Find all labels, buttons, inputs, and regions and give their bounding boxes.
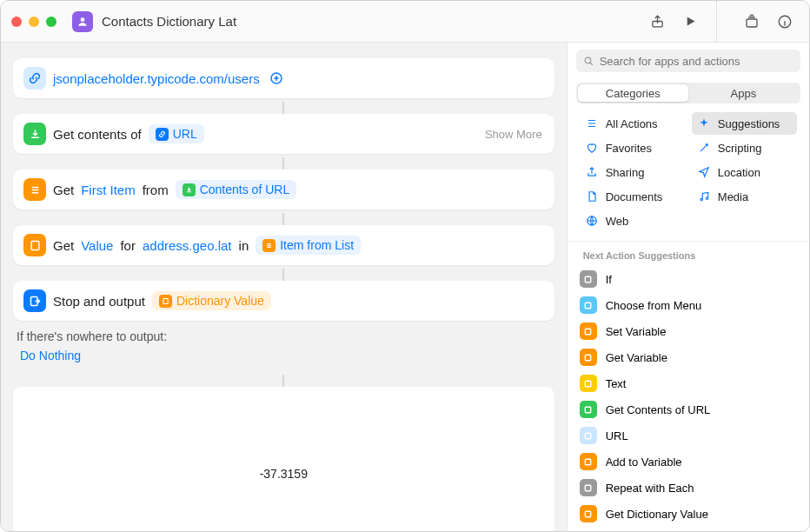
suggestion-item[interactable]: Get Contents of URL: [568, 396, 809, 422]
svg-rect-17: [585, 407, 590, 412]
list-icon: [23, 178, 46, 201]
action-get-item[interactable]: Get First Item from Contents of URL: [13, 170, 554, 209]
svg-rect-5: [31, 241, 39, 249]
suggestion-item[interactable]: Choose from Menu: [568, 292, 809, 318]
svg-rect-14: [585, 329, 590, 334]
action-url[interactable]: jsonplaceholder.typicode.com/users: [13, 58, 554, 98]
suggestion-label: Get Variable: [606, 351, 667, 364]
close-window-button[interactable]: [11, 17, 22, 27]
value-param[interactable]: Value: [81, 238, 113, 253]
suggestion-item[interactable]: If: [568, 266, 809, 292]
action-icon: [580, 401, 597, 418]
suggestion-label: Text: [606, 377, 627, 390]
minimize-window-button[interactable]: [29, 17, 39, 27]
svg-rect-15: [585, 355, 590, 360]
cat-suggestions[interactable]: Suggestions: [692, 112, 797, 135]
action-icon: [580, 323, 597, 340]
svg-rect-7: [163, 298, 168, 303]
globe-icon: [585, 214, 599, 228]
cat-media[interactable]: Media: [692, 185, 797, 208]
action-icon: [580, 479, 597, 496]
share-button[interactable]: [643, 10, 671, 34]
search-input[interactable]: [600, 55, 793, 68]
cat-web[interactable]: Web: [580, 209, 685, 232]
cat-documents[interactable]: Documents: [580, 185, 685, 208]
category-grid: All Actions Suggestions Favorites Script…: [568, 112, 809, 241]
suggestion-label: Set Variable: [606, 325, 667, 338]
action-icon: [580, 375, 597, 392]
svg-rect-13: [585, 303, 590, 308]
link-icon: [23, 67, 46, 90]
cat-sharing[interactable]: Sharing: [580, 161, 685, 183]
list-icon: [585, 116, 599, 130]
text: in: [239, 238, 249, 253]
result-value: -37.3159: [260, 467, 308, 481]
link-icon: [156, 128, 169, 141]
svg-point-0: [81, 17, 85, 22]
action-label: Stop and output: [53, 294, 145, 309]
dictionary-value-token[interactable]: Dictionary Value: [152, 291, 271, 310]
suggestion-label: URL: [606, 429, 628, 442]
suggestion-label: If: [606, 273, 612, 286]
list-icon: [262, 239, 276, 252]
text: Get: [53, 183, 74, 197]
fullscreen-window-button[interactable]: [46, 17, 56, 27]
action-stop-output[interactable]: Stop and output Dictionary Value: [13, 281, 554, 321]
keypath-param[interactable]: address.geo.lat: [143, 238, 232, 253]
cat-scripting[interactable]: Scripting: [692, 136, 797, 159]
search-field[interactable]: [576, 50, 800, 72]
action-icon: [580, 270, 597, 288]
suggestion-label: Add to Variable: [606, 456, 682, 469]
info-button[interactable]: [771, 10, 799, 34]
do-nothing-option[interactable]: Do Nothing: [13, 349, 554, 362]
suggestion-item[interactable]: Repeat with Each: [568, 475, 809, 501]
cat-favorites[interactable]: Favorites: [580, 136, 685, 159]
music-icon: [697, 190, 711, 203]
text: Get: [53, 238, 74, 253]
svg-point-10: [706, 197, 707, 199]
suggestion-item[interactable]: Set Variable: [568, 318, 809, 344]
action-icon: [580, 296, 597, 314]
result-preview: -37.3159: [13, 387, 554, 532]
workflow-canvas[interactable]: jsonplaceholder.typicode.com/users Get c…: [1, 43, 567, 532]
dictionary-icon: [159, 295, 172, 308]
url-text[interactable]: jsonplaceholder.typicode.com/users: [53, 71, 260, 86]
library-toggle-button[interactable]: [738, 10, 766, 34]
titlebar: Contacts Dictionary Lat: [1, 1, 809, 43]
item-from-list-token[interactable]: Item from List: [256, 236, 361, 255]
search-icon: [583, 56, 594, 67]
suggestion-item[interactable]: URL: [568, 422, 809, 449]
action-label: Get contents of: [53, 127, 142, 142]
wand-icon: [697, 141, 711, 155]
suggestion-label: Get Dictionary Value: [606, 508, 708, 521]
tab-apps[interactable]: Apps: [688, 84, 799, 102]
svg-rect-12: [585, 276, 590, 282]
cat-location[interactable]: Location: [692, 161, 797, 183]
run-button[interactable]: [676, 10, 704, 34]
shortcut-title: Contacts Dictionary Lat: [102, 14, 236, 29]
heart-icon: [585, 141, 599, 155]
location-icon: [697, 165, 711, 179]
suggestion-item[interactable]: Get Dictionary Value: [568, 501, 809, 527]
suggestion-label: Choose from Menu: [606, 299, 702, 312]
svg-rect-16: [585, 381, 590, 386]
action-icon: [580, 505, 597, 522]
actions-sidebar: Categories Apps All Actions Suggestions …: [567, 43, 809, 532]
action-get-value[interactable]: Get Value for address.geo.lat in Item fr…: [13, 225, 554, 265]
add-url-button[interactable]: [267, 69, 286, 88]
download-icon: [183, 183, 196, 196]
suggestions-header: Next Action Suggestions: [568, 241, 809, 266]
svg-point-8: [585, 57, 591, 63]
action-icon: [580, 453, 597, 470]
suggestion-item[interactable]: Get Variable: [568, 344, 809, 370]
first-item-param[interactable]: First Item: [81, 183, 136, 197]
tab-categories[interactable]: Categories: [578, 84, 688, 102]
show-more-button[interactable]: Show More: [485, 128, 542, 141]
share-icon: [585, 165, 599, 179]
cat-all-actions[interactable]: All Actions: [580, 112, 685, 135]
suggestion-item[interactable]: Text: [568, 370, 809, 396]
suggestion-item[interactable]: Add to Variable: [568, 449, 809, 475]
contents-of-url-token[interactable]: Contents of URL: [176, 180, 297, 199]
action-get-contents[interactable]: Get contents of URL Show More: [13, 114, 554, 154]
url-param-token[interactable]: URL: [149, 124, 204, 143]
